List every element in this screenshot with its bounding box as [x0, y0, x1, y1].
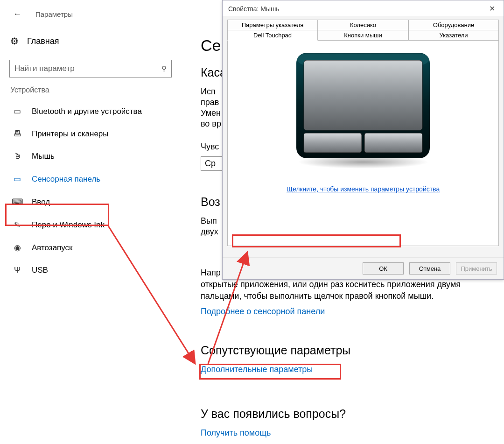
- tab-hardware[interactable]: Оборудование: [408, 20, 499, 30]
- gear-icon: ⚙: [10, 35, 19, 47]
- sidebar-item-bluetooth[interactable]: ▭ Bluetooth и другие устройства: [9, 100, 175, 123]
- mouse-icon: 🖱: [12, 152, 22, 161]
- printer-icon: 🖶: [12, 129, 22, 139]
- sidebar-item-label: Сенсорная панель: [32, 175, 100, 184]
- tab-page-dell-touchpad: Щелкните, чтобы изменить параметры устро…: [227, 41, 499, 246]
- dialog-title: Свойства: Мышь: [228, 5, 280, 13]
- tab-dell-touchpad[interactable]: Dell Touchpad: [227, 30, 318, 41]
- tab-row-bottom: Dell Touchpad Кнопки мыши Указатели: [227, 30, 499, 41]
- ok-button[interactable]: ОК: [363, 262, 404, 275]
- touchpad-image: [292, 50, 434, 169]
- sidebar-item-label: Принтеры и сканеры: [32, 129, 109, 139]
- home-button[interactable]: ⚙ Главная: [9, 32, 175, 51]
- sidebar: ⚙ Главная Найти параметр ⚲ Устройства ▭ …: [0, 27, 184, 282]
- dialog-buttons: ОК Отмена Применить: [223, 257, 504, 279]
- sidebar-item-touchpad[interactable]: ▭ Сенсорная панель: [9, 168, 175, 190]
- window-title: Параметры: [35, 10, 73, 18]
- tab-wheel[interactable]: Колесико: [318, 20, 408, 30]
- category-label: Устройства: [10, 86, 175, 94]
- sidebar-item-label: Мышь: [32, 152, 55, 161]
- sidebar-item-autoplay[interactable]: ◉ Автозапуск: [9, 236, 175, 259]
- search-placeholder: Найти параметр: [14, 64, 75, 73]
- autoplay-icon: ◉: [12, 243, 22, 253]
- touchpad-icon: ▭: [12, 174, 22, 184]
- dialog-body: Параметры указателя Колесико Оборудовани…: [223, 16, 504, 257]
- annotation-box-sidebar: [5, 204, 109, 226]
- search-input[interactable]: Найти параметр ⚲: [9, 60, 172, 78]
- annotation-box-related-link: [199, 364, 341, 380]
- search-icon: ⚲: [161, 64, 167, 73]
- sidebar-item-label: Автозапуск: [32, 243, 73, 253]
- tab-buttons[interactable]: Кнопки мыши: [318, 30, 408, 41]
- get-help-link[interactable]: Получить помощь: [201, 428, 493, 438]
- home-label: Главная: [27, 36, 59, 46]
- tab-pointer-options[interactable]: Параметры указателя: [227, 20, 318, 30]
- select-value: Ср: [205, 159, 216, 168]
- body-text: открытые приложения, или один раз коснит…: [201, 279, 493, 302]
- sidebar-item-label: Bluetooth и другие устройства: [32, 107, 142, 116]
- help-header: У вас появились вопросы?: [201, 407, 493, 421]
- tab-pointers[interactable]: Указатели: [408, 30, 499, 41]
- cancel-button[interactable]: Отмена: [409, 262, 450, 275]
- sidebar-item-printers[interactable]: 🖶 Принтеры и сканеры: [9, 123, 175, 145]
- devices-icon: ▭: [12, 106, 22, 116]
- sidebar-item-label: USB: [32, 266, 48, 275]
- apply-button: Применить: [456, 262, 497, 275]
- tab-row-top: Параметры указателя Колесико Оборудовани…: [227, 20, 499, 30]
- svg-rect-3: [304, 60, 422, 130]
- dialog-titlebar[interactable]: Свойства: Мышь ✕: [223, 0, 504, 16]
- svg-rect-5: [364, 133, 422, 153]
- change-device-settings-link[interactable]: Щелкните, чтобы изменить параметры устро…: [287, 185, 440, 193]
- svg-rect-4: [304, 133, 362, 153]
- sidebar-item-usb[interactable]: Ψ USB: [9, 259, 175, 282]
- sidebar-item-mouse[interactable]: 🖱 Мышь: [9, 145, 175, 168]
- learn-more-link[interactable]: Подробнее о сенсорной панели: [201, 307, 493, 317]
- close-button[interactable]: ✕: [486, 4, 498, 13]
- back-button[interactable]: ←: [13, 9, 21, 19]
- usb-icon: Ψ: [12, 266, 22, 275]
- annotation-box-device-link: [232, 234, 401, 247]
- related-header: Сопутствующие параметры: [201, 344, 493, 357]
